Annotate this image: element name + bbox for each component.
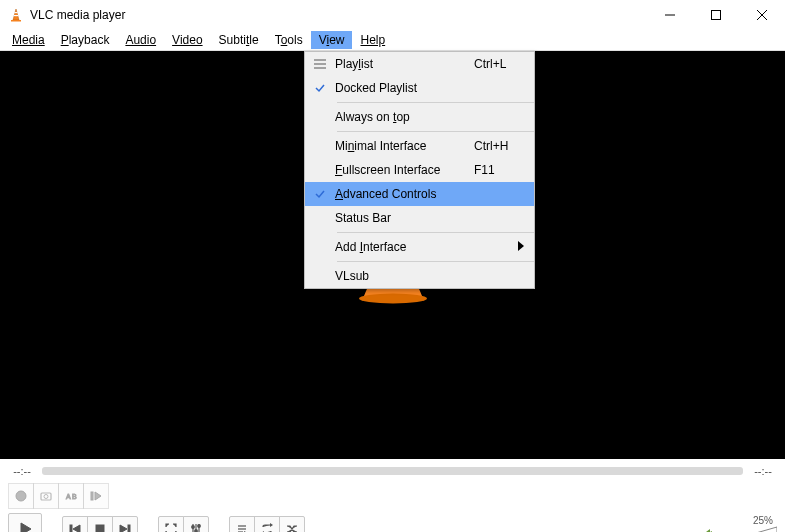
menu-view[interactable]: View bbox=[311, 31, 353, 49]
menu-item-label: Add Interface bbox=[335, 240, 534, 254]
volume-percent: 25% bbox=[753, 515, 773, 526]
menu-label: Subtitle bbox=[219, 33, 259, 47]
svg-marker-26 bbox=[73, 525, 80, 532]
svg-point-33 bbox=[192, 526, 195, 529]
snapshot-button[interactable] bbox=[33, 483, 59, 509]
svg-point-17 bbox=[16, 491, 26, 501]
volume-area: 25% bbox=[701, 525, 777, 532]
menu-item-label: Fullscreen Interface bbox=[335, 163, 474, 177]
svg-marker-28 bbox=[120, 525, 127, 532]
fullscreen-button[interactable] bbox=[158, 516, 184, 532]
menu-separator bbox=[337, 232, 534, 233]
svg-marker-16 bbox=[518, 241, 524, 251]
previous-button[interactable] bbox=[62, 516, 88, 532]
seek-bar-row: --:-- --:-- bbox=[0, 459, 785, 479]
menu-item-add-interface[interactable]: Add Interface bbox=[305, 235, 534, 259]
menu-item-accelerator: Ctrl+L bbox=[474, 57, 534, 71]
svg-marker-42 bbox=[703, 529, 710, 533]
time-elapsed[interactable]: --:-- bbox=[8, 465, 36, 477]
svg-marker-0 bbox=[13, 9, 19, 20]
menu-item-label: Minimal Interface bbox=[335, 139, 474, 153]
svg-text:B: B bbox=[72, 493, 77, 500]
extended-settings-button[interactable] bbox=[183, 516, 209, 532]
window-title: VLC media player bbox=[30, 8, 125, 22]
svg-rect-3 bbox=[11, 20, 21, 22]
menu-item-label: Always on top bbox=[335, 110, 474, 124]
menu-item-status-bar[interactable]: Status Bar bbox=[305, 206, 534, 230]
menu-video[interactable]: Video bbox=[164, 31, 210, 49]
svg-rect-5 bbox=[712, 11, 721, 20]
svg-point-12 bbox=[359, 294, 427, 304]
check-icon bbox=[305, 82, 335, 94]
menu-separator bbox=[337, 102, 534, 103]
svg-marker-24 bbox=[21, 523, 31, 532]
vlc-cone-icon bbox=[8, 7, 24, 23]
shuffle-button[interactable] bbox=[279, 516, 305, 532]
menu-item-vlsub[interactable]: VLsub bbox=[305, 264, 534, 288]
svg-rect-29 bbox=[128, 525, 130, 532]
menu-item-label: Playlist bbox=[335, 57, 474, 71]
record-button[interactable] bbox=[8, 483, 34, 509]
title-bar: VLC media player bbox=[0, 0, 785, 30]
svg-marker-40 bbox=[270, 523, 273, 527]
svg-marker-23 bbox=[95, 492, 101, 500]
menu-item-accelerator: Ctrl+H bbox=[474, 139, 534, 153]
svg-text:A: A bbox=[66, 493, 71, 500]
time-total[interactable]: --:-- bbox=[749, 465, 777, 477]
play-button[interactable] bbox=[8, 513, 42, 532]
main-controls: 25% bbox=[0, 509, 785, 532]
view-dropdown: Playlist Ctrl+L Docked Playlist Always o… bbox=[304, 51, 535, 289]
loop-button[interactable] bbox=[254, 516, 280, 532]
menu-tools[interactable]: Tools bbox=[267, 31, 311, 49]
menu-audio[interactable]: Audio bbox=[117, 31, 164, 49]
svg-point-19 bbox=[44, 495, 48, 499]
check-icon bbox=[305, 188, 335, 200]
svg-rect-1 bbox=[15, 12, 18, 13]
svg-rect-27 bbox=[96, 525, 104, 532]
skip-controls bbox=[62, 516, 138, 532]
menu-item-accelerator: F11 bbox=[474, 163, 534, 177]
menu-item-advanced-controls[interactable]: Advanced Controls bbox=[305, 182, 534, 206]
svg-rect-2 bbox=[14, 15, 18, 16]
loop-ab-button[interactable]: AB bbox=[58, 483, 84, 509]
menu-item-label: Status Bar bbox=[335, 211, 474, 225]
menu-separator bbox=[337, 261, 534, 262]
svg-point-35 bbox=[198, 525, 201, 528]
speaker-icon[interactable] bbox=[701, 527, 715, 533]
playlist-controls bbox=[229, 516, 305, 532]
menu-item-label: Docked Playlist bbox=[335, 81, 474, 95]
menu-playback[interactable]: Playback bbox=[53, 31, 118, 49]
seek-slider[interactable] bbox=[42, 467, 743, 475]
volume-slider[interactable]: 25% bbox=[721, 525, 777, 532]
close-button[interactable] bbox=[739, 0, 785, 30]
playlist-icon bbox=[305, 58, 335, 70]
menu-item-playlist[interactable]: Playlist Ctrl+L bbox=[305, 52, 534, 76]
svg-marker-43 bbox=[721, 527, 777, 532]
maximize-button[interactable] bbox=[693, 0, 739, 30]
menu-item-docked-playlist[interactable]: Docked Playlist bbox=[305, 76, 534, 100]
minimize-button[interactable] bbox=[647, 0, 693, 30]
menu-bar: Media Playback Audio Video Subtitle Tool… bbox=[0, 30, 785, 51]
menu-label: View bbox=[319, 33, 345, 47]
next-button[interactable] bbox=[112, 516, 138, 532]
menu-separator bbox=[337, 131, 534, 132]
view-controls bbox=[158, 516, 209, 532]
frame-step-button[interactable] bbox=[83, 483, 109, 509]
menu-item-always-on-top[interactable]: Always on top bbox=[305, 105, 534, 129]
window-controls bbox=[647, 0, 785, 30]
menu-subtitle[interactable]: Subtitle bbox=[211, 31, 267, 49]
menu-help[interactable]: Help bbox=[352, 31, 393, 49]
menu-item-label: VLsub bbox=[335, 269, 474, 283]
menu-item-fullscreen-interface[interactable]: Fullscreen Interface F11 bbox=[305, 158, 534, 182]
svg-rect-25 bbox=[70, 525, 72, 532]
toggle-playlist-button[interactable] bbox=[229, 516, 255, 532]
menu-item-minimal-interface[interactable]: Minimal Interface Ctrl+H bbox=[305, 134, 534, 158]
submenu-arrow-icon bbox=[518, 240, 524, 254]
svg-rect-22 bbox=[91, 492, 93, 500]
stop-button[interactable] bbox=[87, 516, 113, 532]
menu-media[interactable]: Media bbox=[4, 31, 53, 49]
menu-label: Tools bbox=[275, 33, 303, 47]
menu-item-label: Advanced Controls bbox=[335, 187, 474, 201]
advanced-controls-row: AB bbox=[0, 479, 785, 509]
menu-label: Playback bbox=[61, 33, 110, 47]
